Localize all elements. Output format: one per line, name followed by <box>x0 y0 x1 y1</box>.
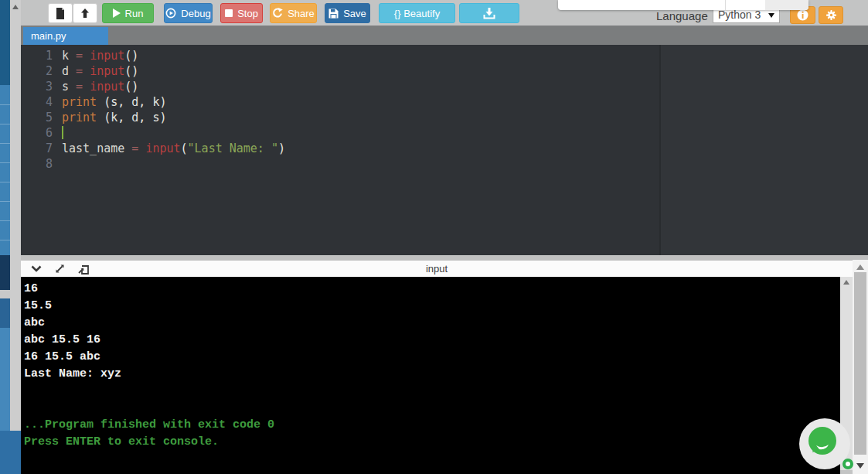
left-panel-collapse[interactable] <box>0 255 10 290</box>
console-line: abc <box>24 315 840 332</box>
code-token: s <box>62 80 76 94</box>
chat-status-dot <box>842 459 853 469</box>
overlay-section <box>765 0 808 10</box>
settings-button[interactable] <box>819 6 843 24</box>
upload-icon <box>80 8 90 19</box>
code-line[interactable]: 8 <box>21 156 868 172</box>
code-line[interactable]: 3 s = input() <box>21 79 868 94</box>
console-line <box>24 383 840 400</box>
line-number: 8 <box>21 156 53 172</box>
console-title: input <box>21 263 853 275</box>
code-line[interactable]: 6 <box>21 125 868 141</box>
page-scrollbar[interactable] <box>853 260 868 474</box>
share-icon <box>272 8 283 19</box>
console-line: 16 15.5 abc <box>24 349 840 366</box>
code-token: ) <box>278 142 285 155</box>
line-number: 1 <box>21 48 53 63</box>
code-text: print (s, d, k) <box>53 94 166 110</box>
code-token: () <box>124 49 138 63</box>
scroll-up-icon[interactable] <box>856 264 864 270</box>
share-button[interactable]: Share <box>270 3 317 23</box>
code-line[interactable]: 7 last_name = input("Last Name: ") <box>21 141 868 156</box>
console-line <box>24 400 840 417</box>
console-line: abc 15.5 16 <box>24 332 840 349</box>
save-button[interactable]: Save <box>325 3 370 23</box>
left-panel-segment <box>0 85 10 255</box>
run-button[interactable]: Run <box>102 3 154 23</box>
file-icon <box>56 8 65 19</box>
download-icon <box>483 8 495 19</box>
run-button-label: Run <box>125 8 144 19</box>
code-token: = <box>131 142 145 155</box>
text-cursor <box>62 126 63 139</box>
console-line: Last Name: xyz <box>24 366 840 383</box>
floppy-save-icon <box>328 9 339 19</box>
chevron-down-icon <box>31 265 42 272</box>
code-token: ( <box>181 142 188 155</box>
scroll-up-icon[interactable] <box>843 280 849 285</box>
code-editor[interactable]: 1 k = input() 2 d = input() 3 s = input(… <box>21 45 868 255</box>
debug-circle-play-icon <box>165 8 176 19</box>
console-collapse-button[interactable] <box>31 265 42 272</box>
language-label: Language <box>656 9 708 22</box>
line-number: 5 <box>21 110 53 125</box>
debug-button[interactable]: Debug <box>164 3 213 23</box>
code-token: (k, d, s) <box>97 111 166 124</box>
code-line[interactable]: 2 d = input() <box>21 63 868 79</box>
popout-icon <box>78 264 89 275</box>
code-text: print (k, d, s) <box>53 110 166 125</box>
tab-main-py[interactable]: main.py <box>23 27 108 45</box>
code-token: () <box>124 80 138 94</box>
code-line[interactable]: 4 print (s, d, k) <box>21 94 868 110</box>
expand-icon <box>55 264 65 274</box>
line-number: 2 <box>21 63 53 79</box>
stop-button[interactable]: Stop <box>220 3 263 23</box>
code-token: = <box>76 64 90 78</box>
line-number: 3 <box>21 79 53 94</box>
debug-button-label: Debug <box>181 8 210 19</box>
beautify-button[interactable]: {} Beautify <box>379 3 455 23</box>
share-button-label: Share <box>288 8 315 19</box>
code-token: last_name <box>62 142 131 155</box>
left-panel-segment <box>0 0 10 85</box>
code-token: input <box>145 142 180 155</box>
console-output[interactable]: 16 15.5 abc abc 15.5 16 16 15.5 abc Last… <box>21 277 840 474</box>
scroll-up-icon[interactable] <box>12 5 19 9</box>
code-token: k <box>62 49 76 63</box>
scrollbar-thumb[interactable] <box>854 272 866 455</box>
panel-splitter[interactable] <box>21 255 868 261</box>
code-line[interactable]: 1 k = input() <box>21 48 868 63</box>
line-number: 7 <box>21 141 53 156</box>
code-token: () <box>124 64 138 78</box>
new-file-button[interactable] <box>48 3 73 23</box>
stop-button-label: Stop <box>237 8 258 19</box>
overlay-divider <box>725 0 726 10</box>
line-number: 4 <box>21 94 53 110</box>
scroll-down-icon[interactable] <box>856 463 864 469</box>
console-header: input <box>21 261 853 277</box>
console-expand-button[interactable] <box>55 264 65 274</box>
download-button[interactable] <box>459 3 519 23</box>
left-panel-gap <box>0 290 10 298</box>
line-number: 6 <box>21 125 53 141</box>
code-token: input <box>90 49 124 63</box>
console-line: 16 <box>24 281 840 298</box>
code-token: input <box>90 80 124 94</box>
left-scrollbar[interactable] <box>10 0 21 431</box>
code-text: d = input() <box>53 63 138 79</box>
ide-window: Run Debug Stop Share <box>0 0 868 474</box>
browser-overlay <box>558 0 808 10</box>
console-status-line: Press ENTER to exit console. <box>24 434 840 451</box>
code-token: d <box>62 64 76 78</box>
code-text: last_name = input("Last Name: ") <box>53 141 285 156</box>
code-token: = <box>76 80 90 94</box>
code-token: print <box>62 111 97 124</box>
language-selected-value: Python 3 <box>718 9 761 21</box>
left-panel-segment <box>0 298 10 328</box>
code-token: input <box>90 64 124 78</box>
left-panel-segment <box>0 431 21 474</box>
console-status-line: ...Program finished with exit code 0 <box>24 417 840 434</box>
console-popout-button[interactable] <box>78 264 89 275</box>
upload-file-button[interactable] <box>73 3 97 23</box>
code-line[interactable]: 5 print (k, d, s) <box>21 110 868 125</box>
